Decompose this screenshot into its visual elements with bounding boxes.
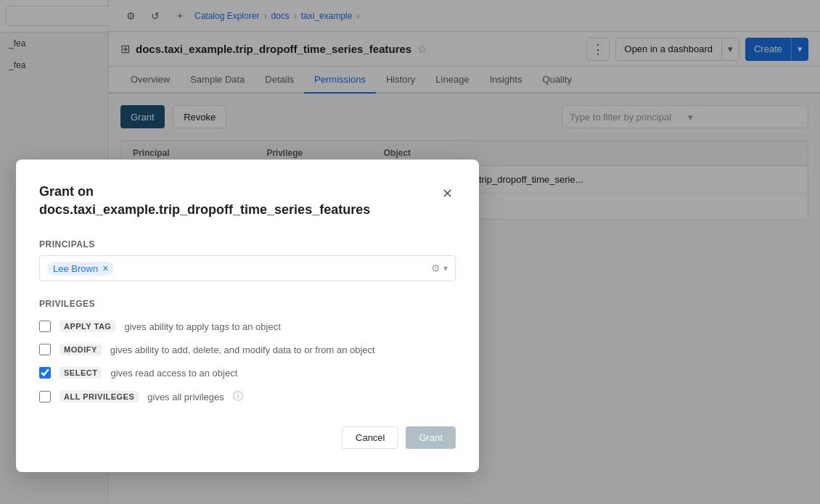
modal-footer: Cancel Grant xyxy=(39,426,456,449)
modify-description: gives ability to add, delete, and modify… xyxy=(110,344,375,355)
modal-close-button[interactable]: ✕ xyxy=(439,183,456,205)
privileges-section: Privileges APPLY TAG gives ability to ap… xyxy=(39,299,456,409)
modal-title: Grant on docs.taxi_example.trip_dropoff_… xyxy=(39,183,370,219)
privilege-row-modify: MODIFY gives ability to add, delete, and… xyxy=(39,338,456,361)
cancel-button[interactable]: Cancel xyxy=(342,426,398,449)
modify-checkbox[interactable] xyxy=(39,344,51,355)
select-description: gives read access to an object xyxy=(110,368,237,379)
all-privileges-badge: ALL PRIVILEGES xyxy=(60,391,139,402)
principals-section: Principals Lee Brown × ⚙ ▾ xyxy=(39,239,456,281)
principal-tag-lee-brown: Lee Brown × xyxy=(47,262,114,276)
modify-badge: MODIFY xyxy=(60,344,102,355)
apply-tag-description: gives ability to apply tags to an object xyxy=(124,321,280,332)
select-badge: SELECT xyxy=(60,367,102,379)
modal-header: Grant on docs.taxi_example.trip_dropoff_… xyxy=(39,183,456,219)
all-privileges-checkbox[interactable] xyxy=(39,391,51,402)
privilege-row-all-privileges: ALL PRIVILEGES gives all privileges ⓘ xyxy=(39,384,456,409)
grant-modal: Grant on docs.taxi_example.trip_dropoff_… xyxy=(16,160,479,472)
privilege-row-apply-tag: APPLY TAG gives ability to apply tags to… xyxy=(39,315,456,338)
all-privileges-description: gives all privileges xyxy=(147,392,224,402)
privileges-label: Privileges xyxy=(39,299,456,309)
all-privileges-info-icon[interactable]: ⓘ xyxy=(233,390,243,403)
modal-grant-button[interactable]: Grant xyxy=(406,426,456,449)
privilege-row-select: SELECT gives read access to an object xyxy=(39,361,456,384)
principal-tag-remove-button[interactable]: × xyxy=(102,263,108,273)
modal-title-line1: Grant on xyxy=(39,183,370,201)
principals-input-actions: ⚙ ▾ xyxy=(431,263,448,274)
principals-input-field[interactable]: Lee Brown × ⚙ ▾ xyxy=(39,255,456,281)
principal-tag-text: Lee Brown xyxy=(53,263,98,274)
principals-gear-icon[interactable]: ⚙ xyxy=(431,263,440,274)
principals-chevron-icon[interactable]: ▾ xyxy=(443,263,448,273)
select-checkbox[interactable] xyxy=(39,367,51,379)
apply-tag-badge: APPLY TAG xyxy=(60,321,115,332)
modal-title-line2: docs.taxi_example.trip_dropoff_time_seri… xyxy=(39,201,370,219)
principals-label: Principals xyxy=(39,239,456,249)
apply-tag-checkbox[interactable] xyxy=(39,321,51,332)
